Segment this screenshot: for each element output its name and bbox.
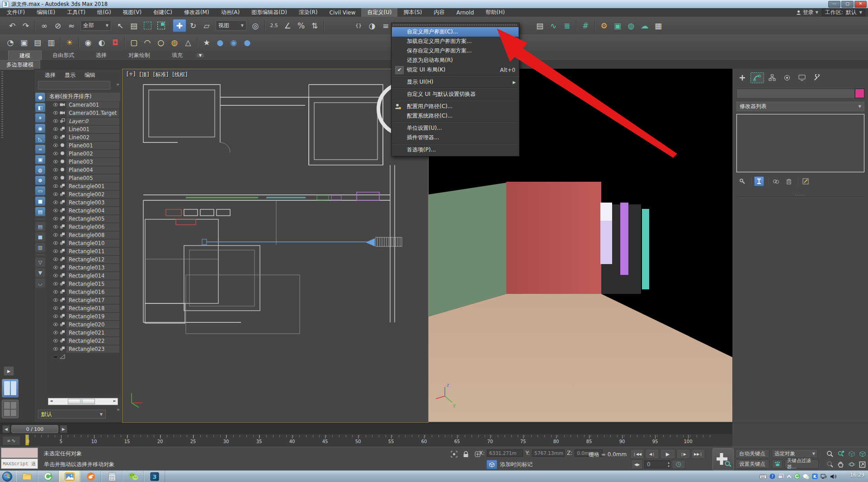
tray-wechat-mini-icon[interactable] (803, 474, 809, 479)
key-mode-toggle-icon[interactable]: ◀▶ (631, 459, 643, 469)
collection-basket-icon[interactable]: ◡ (35, 279, 45, 288)
x-coordinate-field[interactable]: 6331.271m (487, 449, 523, 457)
scene-object-row[interactable]: Layer:0 (46, 117, 120, 125)
menu-工具(T)[interactable]: 工具(T) (61, 8, 91, 17)
maxscript-mini-listener-pink[interactable] (1, 448, 38, 458)
undo-icon[interactable]: ↶ (5, 19, 19, 32)
time-slider-thumb[interactable]: 0 / 100 (11, 425, 58, 433)
glow-sphere-icon[interactable]: ○ (154, 36, 168, 49)
close-button[interactable]: ✕ (854, 1, 867, 8)
tray-network-icon[interactable] (821, 474, 827, 479)
rollout-divider[interactable] (736, 196, 864, 197)
display-notes[interactable]: ▤ (35, 207, 45, 216)
scene-explorer-hscrollbar[interactable]: ◄ ||| ► (48, 398, 118, 405)
start-button[interactable] (1, 471, 13, 482)
tray-arrow-up-icon[interactable] (787, 475, 792, 478)
taskbar-browser-orange[interactable] (80, 471, 101, 482)
workspace-dropdown[interactable]: 工作区:默认▼ (822, 9, 865, 16)
visibility-toggle[interactable] (53, 248, 58, 255)
orbit-icon[interactable] (846, 459, 857, 469)
toolbar-drag-handle[interactable] (1, 71, 3, 139)
object-color-swatch[interactable] (855, 89, 864, 98)
scene-object-row[interactable]: Rectangle014 (46, 272, 120, 280)
explorer-preset-dropdown[interactable]: 默认 ▼ (38, 410, 106, 419)
viewport-top-view[interactable]: [+][顶][标准][线框] (122, 69, 429, 423)
previous-frame-icon[interactable]: ◀ (2, 425, 10, 433)
visibility-toggle[interactable] (53, 338, 58, 344)
ribbon-tab-选择[interactable]: 选择 (85, 51, 118, 60)
scene-object-row[interactable]: Rectangle005 (46, 215, 120, 223)
isolate-selection-icon[interactable] (449, 450, 458, 458)
selection-region-icon[interactable] (141, 19, 154, 32)
sign-in-button[interactable]: 登录▼ (796, 9, 818, 16)
menu-item[interactable]: 配置用户路径(C)... (392, 102, 519, 111)
edit-named-selection-icon[interactable]: {} (352, 19, 365, 32)
material-sphere-icon[interactable]: ● (213, 36, 227, 49)
filter-icon[interactable]: ▼ (35, 268, 45, 277)
ribbon-tab-填充[interactable]: 填充 (161, 51, 193, 60)
scene-object-row[interactable]: Rectangle023 (46, 345, 120, 353)
tray-volume-icon[interactable] (830, 474, 836, 479)
shading-icon[interactable]: ◐ (95, 36, 108, 49)
y-coordinate-field[interactable]: 5767.13mm (532, 449, 565, 457)
display-images[interactable]: ▣ (35, 155, 45, 164)
star-icon[interactable]: ★ (200, 36, 213, 49)
spinner-snap-icon[interactable]: ⇅ (308, 19, 321, 32)
visibility-toggle[interactable] (53, 354, 58, 360)
menu-组(G)[interactable]: 组(G) (91, 8, 117, 17)
percent-snap-icon[interactable]: % (294, 19, 308, 32)
render-presets-icon[interactable]: ◔ (4, 36, 17, 49)
tab-hierarchy[interactable] (765, 72, 779, 83)
go-to-end-button[interactable]: ▶▶❘ (691, 449, 705, 459)
mini-curve-editor-button[interactable]: ≡∿ (2, 436, 20, 445)
tab-create[interactable] (736, 72, 749, 83)
menu-item[interactable]: 加载自定义用户界面方案... (392, 37, 519, 46)
menu-item[interactable]: 自定义用户界面(C)... (392, 27, 519, 37)
visibility-toggle[interactable] (53, 142, 58, 149)
menu-item[interactable]: 显示 UI(H)▶ (392, 77, 519, 87)
next-frame-button[interactable]: ❘▶ (676, 449, 690, 459)
current-frame-field[interactable]: 0 ▲▼ (644, 460, 670, 468)
zoom-all-icon[interactable] (835, 449, 846, 459)
tray-browser-mini-icon[interactable] (794, 473, 800, 479)
explorer-menu-选择[interactable]: 选择 (41, 71, 60, 80)
menu-item[interactable]: 配置系统路径(C)... (392, 111, 519, 121)
angle-snap-icon[interactable]: ∠ (281, 19, 294, 32)
visibility-toggle[interactable] (53, 167, 58, 173)
menu-渲染(R)[interactable]: 渲染(R) (293, 8, 324, 17)
track-bar[interactable]: ≡∿ 0510152025303540455055606570758085909… (0, 434, 732, 447)
tab-display[interactable] (795, 72, 809, 83)
cube-icon[interactable] (486, 460, 497, 469)
scene-object-row[interactable]: Rectangle017 (46, 296, 120, 304)
auto-key-button[interactable]: 自动关键点 (735, 449, 769, 458)
view-block[interactable]: ■ (35, 232, 45, 241)
filter-disabled-icon[interactable]: ▽ (35, 258, 45, 267)
display-particles[interactable]: ☸ (35, 176, 45, 185)
visibility-toggle[interactable] (53, 281, 58, 287)
menu-图形编辑器(D)[interactable]: 图形编辑器(D) (245, 8, 293, 17)
viewport-menu-pov[interactable]: [顶] (139, 71, 149, 79)
zoom-icon[interactable] (825, 449, 835, 459)
mirror-icon[interactable]: ◑ (365, 19, 379, 32)
taskbar-image-viewer[interactable] (59, 471, 80, 482)
visibility-toggle[interactable] (53, 216, 58, 222)
menu-item[interactable]: 首选项(P)... (392, 145, 519, 155)
viewport-layout-four-pane-button[interactable] (2, 400, 19, 418)
tab-utilities[interactable] (810, 72, 824, 83)
visibility-toggle[interactable] (53, 175, 58, 181)
display-shapes[interactable]: ◧ (35, 103, 45, 112)
preset-expand-icon[interactable]: » (117, 406, 120, 412)
render-cloud-icon[interactable]: ☁ (638, 19, 651, 32)
column-header-name[interactable]: 名称(按升序排序) (46, 93, 120, 101)
tab-motion[interactable] (780, 72, 794, 83)
display-spacewarps[interactable]: ≈ (35, 145, 45, 154)
layer-explorer-icon[interactable]: ≣ (560, 19, 574, 32)
display-containers[interactable]: ▭ (35, 186, 45, 195)
taskbar-clock[interactable]: 16:29 (850, 472, 864, 478)
scene-object-row[interactable]: Plane004 (46, 166, 120, 174)
visibility-toggle[interactable] (53, 118, 58, 124)
visibility-toggle[interactable] (53, 297, 58, 303)
scene-object-row[interactable]: Camera001 (46, 101, 120, 109)
menu-帮助(H)[interactable]: 帮助(H) (480, 8, 510, 17)
go-to-start-button[interactable]: ❘◀◀ (630, 449, 644, 459)
